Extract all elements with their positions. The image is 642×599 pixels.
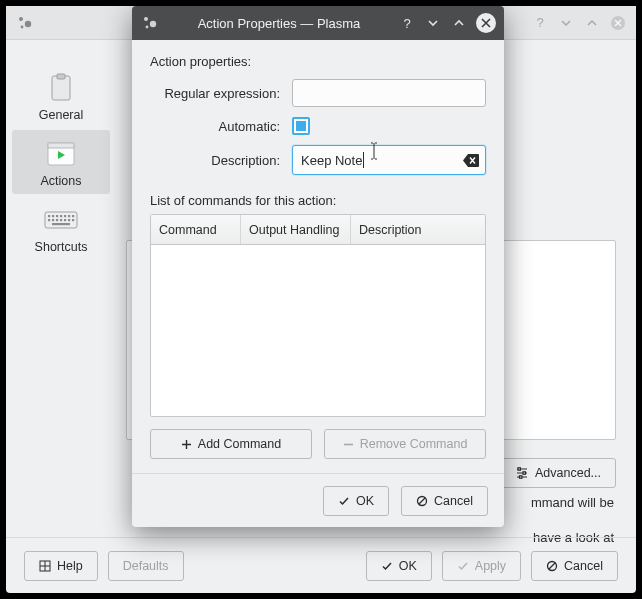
check-icon [381,560,393,572]
cancel-label: Cancel [564,559,603,573]
svg-point-31 [146,26,149,29]
svg-rect-20 [64,219,66,221]
dialog-cancel-button[interactable]: Cancel [401,486,488,516]
plus-icon [181,439,192,450]
regex-row: Regular expression: [150,79,486,107]
svg-rect-15 [72,215,74,217]
check-icon [338,495,350,507]
description-value: Keep Note [301,153,362,168]
description-input[interactable]: Keep Note [292,145,486,175]
svg-point-30 [150,21,156,27]
apply-button: Apply [442,551,521,581]
clipboard-icon [41,72,81,104]
add-command-label: Add Command [198,437,281,451]
sidebar: General Actions Shortcuts [6,40,116,593]
sidebar-item-actions[interactable]: Actions [12,130,110,194]
regex-label: Regular expression: [150,86,280,101]
apply-label: Apply [475,559,506,573]
automatic-row: Automatic: [150,117,486,135]
close-icon[interactable] [476,13,496,33]
dialog-body: Action properties: Regular expression: A… [132,40,504,473]
dialog-ok-button[interactable]: OK [323,486,389,516]
ibeam-cursor-icon [369,142,379,160]
svg-rect-19 [60,219,62,221]
chevron-down-icon[interactable] [424,14,442,32]
advanced-label: Advanced... [535,466,601,480]
check-icon [457,560,469,572]
svg-rect-4 [52,76,70,100]
column-output-handling[interactable]: Output Handling [241,215,351,244]
sliders-icon [515,466,529,480]
action-properties-dialog: Action Properties — Plasma ? Action prop… [132,6,504,527]
text-caret [363,152,364,168]
remove-command-button: Remove Command [324,429,486,459]
svg-rect-17 [52,219,54,221]
keyboard-icon [41,204,81,236]
help-label: Help [57,559,83,573]
column-command[interactable]: Command [151,215,241,244]
svg-rect-10 [52,215,54,217]
sidebar-item-label: General [39,108,83,122]
svg-rect-5 [57,74,65,79]
svg-rect-23 [52,223,70,225]
chevron-down-icon[interactable] [558,15,574,31]
commands-list-label: List of commands for this action: [150,193,486,208]
clear-input-icon[interactable] [463,153,479,167]
svg-rect-9 [48,215,50,217]
ok-button[interactable]: OK [366,551,432,581]
minus-icon [343,439,354,450]
cancel-button[interactable]: Cancel [531,551,618,581]
svg-rect-22 [72,219,74,221]
remove-command-label: Remove Command [360,437,468,451]
commands-table[interactable]: Command Output Handling Description [150,214,486,417]
svg-rect-11 [56,215,58,217]
svg-point-2 [21,25,24,28]
close-icon[interactable] [610,15,626,31]
action-properties-header: Action properties: [150,54,486,69]
table-header: Command Output Handling Description [151,215,485,245]
command-actions: Add Command Remove Command [150,429,486,459]
svg-rect-14 [68,215,70,217]
defaults-button: Defaults [108,551,184,581]
parent-footer: Help Defaults OK Apply Cancel [6,537,636,593]
help-button[interactable]: Help [24,551,98,581]
svg-rect-26 [519,476,521,478]
svg-rect-25 [523,472,525,474]
help-icon[interactable]: ? [532,15,548,31]
help-icon[interactable]: ? [398,14,416,32]
plasma-logo-icon [142,15,160,31]
chevron-up-icon[interactable] [450,14,468,32]
automatic-label: Automatic: [150,119,280,134]
sidebar-item-label: Shortcuts [35,240,88,254]
dialog-footer: OK Cancel [132,473,504,527]
chevron-up-icon[interactable] [584,15,600,31]
ban-icon [546,560,558,572]
svg-point-1 [25,20,31,26]
svg-rect-16 [48,219,50,221]
sidebar-item-general[interactable]: General [12,64,110,128]
dialog-title: Action Properties — Plasma [168,16,390,31]
dialog-titlebar[interactable]: Action Properties — Plasma ? [132,6,504,40]
svg-rect-24 [518,468,520,470]
svg-rect-13 [64,215,66,217]
regex-input[interactable] [292,79,486,107]
svg-rect-21 [68,219,70,221]
svg-rect-18 [56,219,58,221]
add-command-button[interactable]: Add Command [150,429,312,459]
column-description[interactable]: Description [351,215,485,244]
ok-label: OK [399,559,417,573]
advanced-button[interactable]: Advanced... [500,458,616,488]
description-label: Description: [150,153,280,168]
table-body-empty [151,245,485,416]
dialog-ok-label: OK [356,494,374,508]
svg-rect-12 [60,215,62,217]
help-grid-icon [39,560,51,572]
sidebar-item-label: Actions [41,174,82,188]
automatic-checkbox[interactable] [292,117,310,135]
svg-rect-7 [48,143,74,148]
hint-text: mmand will be [531,495,614,510]
dialog-cancel-label: Cancel [434,494,473,508]
defaults-label: Defaults [123,559,169,573]
svg-point-29 [144,17,148,21]
sidebar-item-shortcuts[interactable]: Shortcuts [12,196,110,260]
